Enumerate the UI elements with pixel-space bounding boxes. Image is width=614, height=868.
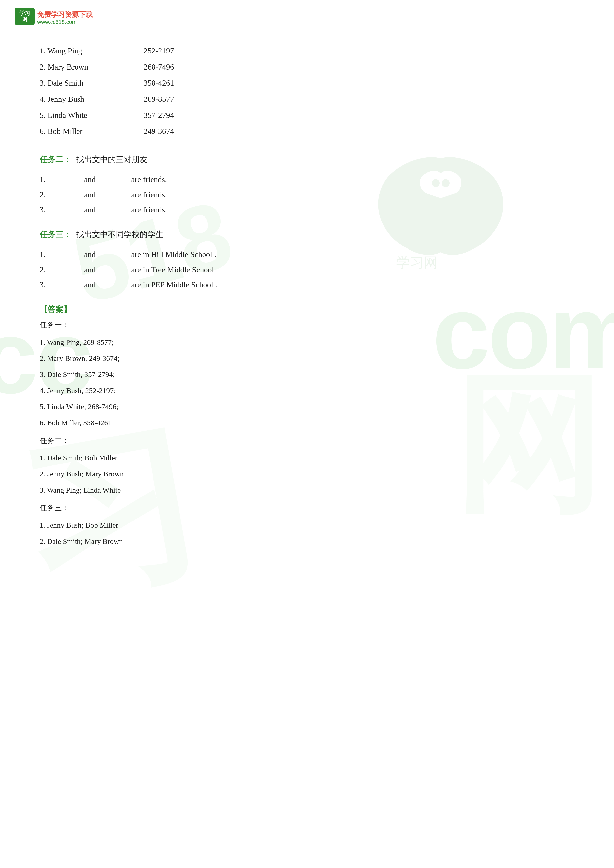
logo-text-block: 免费学习资源下载 www.cc518.com xyxy=(37,8,93,25)
contact-name: 1. Wang Ping xyxy=(40,46,144,56)
blank-t3-2a xyxy=(51,272,81,272)
logo-sub-text: www.cc518.com xyxy=(37,19,93,25)
answer-item: 1. Wang Ping, 269-8577; xyxy=(40,334,584,350)
answer-item: 2. Dale Smith; Mary Brown xyxy=(40,533,584,549)
answer-item: 2. Jenny Bush; Mary Brown xyxy=(40,466,584,482)
blank-t3-3b xyxy=(99,287,128,287)
blank-1b xyxy=(99,182,128,182)
task3-label: 任务三： xyxy=(40,229,71,240)
contact-name: 6. Bob Miller xyxy=(40,127,144,136)
contact-row: 5. Linda White 357-2794 xyxy=(40,107,584,123)
contact-phone: 357-2794 xyxy=(144,111,174,120)
task3-item-2: 2. and are in Tree Middle School . xyxy=(40,262,584,277)
contact-phone: 269-8577 xyxy=(144,95,174,104)
task2-item-2: 2. and are friends. xyxy=(40,187,584,202)
answer-task3-label: 任务三： xyxy=(40,503,584,513)
answer-item: 3. Dale Smith, 357-2794; xyxy=(40,366,584,382)
contact-row: 4. Jenny Bush 269-8577 xyxy=(40,91,584,107)
answer-header: 【答案】 xyxy=(40,304,584,315)
answer-item: 4. Jenny Bush, 252-2197; xyxy=(40,382,584,398)
contact-phone: 249-3674 xyxy=(144,127,174,136)
contact-name: 4. Jenny Bush xyxy=(40,95,144,104)
answer-bracket-open: 【 xyxy=(40,305,48,314)
contact-row: 1. Wang Ping 252-2197 xyxy=(40,43,584,59)
task2-item-3: 3. and are friends. xyxy=(40,202,584,217)
blank-2a xyxy=(51,197,81,197)
logo-icon-text: 学习网 xyxy=(19,10,30,22)
task2-label: 任务二： xyxy=(40,154,71,165)
header: 学习网 免费学习资源下载 www.cc518.com xyxy=(0,0,614,28)
answer-bracket-close: 】 xyxy=(64,305,71,314)
answer-item: 6. Bob Miller, 358-4261 xyxy=(40,415,584,431)
contact-row: 3. Dale Smith 358-4261 xyxy=(40,75,584,91)
task2-title: 任务二： 找出文中的三对朋友 xyxy=(40,154,584,165)
answer-task2-items: 1. Dale Smith; Bob Miller2. Jenny Bush; … xyxy=(40,450,584,498)
answer-task3-items: 1. Jenny Bush; Bob Miller2. Dale Smith; … xyxy=(40,517,584,549)
answer-item: 3. Wang Ping; Linda White xyxy=(40,482,584,498)
blank-3a xyxy=(51,212,81,212)
blank-3b xyxy=(99,212,128,212)
answer-section: 【答案】 任务一： 1. Wang Ping, 269-8577;2. Mary… xyxy=(40,304,584,549)
contact-row: 6. Bob Miller 249-3674 xyxy=(40,123,584,140)
contact-phone: 268-7496 xyxy=(144,62,174,71)
task2-item-1: 1. and are friends. xyxy=(40,172,584,187)
answer-task1-items: 1. Wang Ping, 269-8577;2. Mary Brown, 24… xyxy=(40,334,584,431)
logo-main-text: 免费学习资源下载 xyxy=(37,8,93,19)
blank-2b xyxy=(99,197,128,197)
task2-section: 任务二： 找出文中的三对朋友 1. and are friends. 2. an… xyxy=(40,154,584,217)
task2-title-content: 找出文中的三对朋友 xyxy=(76,154,147,165)
logo-box: 学习网 免费学习资源下载 www.cc518.com xyxy=(15,8,93,25)
blank-1a xyxy=(51,182,81,182)
logo-free-tag: 免费学习资源下载 xyxy=(37,11,93,18)
answer-item: 1. Dale Smith; Bob Miller xyxy=(40,450,584,466)
answer-label: 答案 xyxy=(48,305,64,314)
task3-title: 任务三： 找出文中不同学校的学生 xyxy=(40,229,584,240)
answer-task2-label: 任务二： xyxy=(40,436,584,446)
contact-list: 1. Wang Ping 252-2197 2. Mary Brown 268-… xyxy=(40,43,584,140)
main-content: 1. Wang Ping 252-2197 2. Mary Brown 268-… xyxy=(0,28,614,564)
contact-name: 3. Dale Smith xyxy=(40,79,144,88)
answer-item: 2. Mary Brown, 249-3674; xyxy=(40,350,584,366)
task3-item-3: 3. and are in PEP Middle School . xyxy=(40,277,584,292)
task3-section: 任务三： 找出文中不同学校的学生 1. and are in Hill Midd… xyxy=(40,229,584,292)
blank-t3-3a xyxy=(51,287,81,287)
contact-name: 5. Linda White xyxy=(40,111,144,120)
blank-t3-2b xyxy=(99,272,128,272)
task3-title-content: 找出文中不同学校的学生 xyxy=(76,229,163,240)
answer-task1-label: 任务一： xyxy=(40,320,584,330)
contact-name: 2. Mary Brown xyxy=(40,62,144,71)
task2-num-3: 3. xyxy=(40,205,48,214)
blank-t3-1b xyxy=(99,257,128,257)
contact-phone: 358-4261 xyxy=(144,79,174,88)
contact-phone: 252-2197 xyxy=(144,46,174,56)
answer-item: 5. Linda White, 268-7496; xyxy=(40,398,584,415)
answer-item: 1. Jenny Bush; Bob Miller xyxy=(40,517,584,533)
task2-num-1: 1. xyxy=(40,175,48,184)
blank-t3-1a xyxy=(51,257,81,257)
task3-item-1: 1. and are in Hill Middle School . xyxy=(40,247,584,262)
logo-icon: 学习网 xyxy=(15,8,35,25)
task2-num-2: 2. xyxy=(40,190,48,199)
contact-row: 2. Mary Brown 268-7496 xyxy=(40,59,584,75)
